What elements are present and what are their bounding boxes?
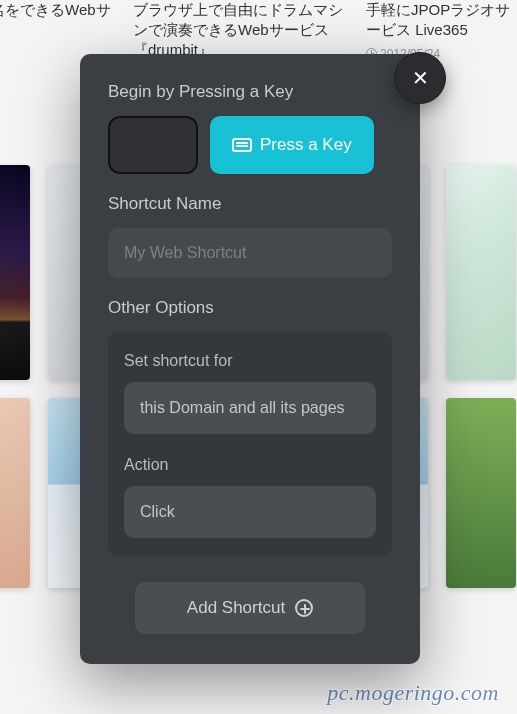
other-options-title: Other Options — [108, 298, 392, 318]
shortcut-name-title: Shortcut Name — [108, 194, 392, 214]
plus-circle-icon — [295, 599, 313, 617]
modal-overlay: ✕ Begin by Pressing a Key Press a Key Sh… — [0, 0, 517, 714]
add-shortcut-label: Add Shortcut — [187, 598, 285, 618]
scope-label: Set shortcut for — [124, 352, 376, 370]
press-key-label: Press a Key — [260, 135, 352, 155]
action-value: Click — [140, 503, 175, 521]
shortcut-name-input[interactable] — [108, 228, 392, 278]
begin-title: Begin by Pressing a Key — [108, 82, 392, 102]
close-icon: ✕ — [412, 66, 429, 90]
shortcut-modal: ✕ Begin by Pressing a Key Press a Key Sh… — [80, 54, 420, 664]
key-capture-slot[interactable] — [108, 116, 198, 174]
action-label: Action — [124, 456, 376, 474]
scope-value: this Domain and all its pages — [140, 399, 345, 417]
press-key-button[interactable]: Press a Key — [210, 116, 374, 174]
action-select[interactable]: Click — [124, 486, 376, 538]
keyboard-icon — [232, 138, 252, 152]
other-options-panel: Set shortcut for this Domain and all its… — [108, 332, 392, 556]
add-shortcut-button[interactable]: Add Shortcut — [135, 582, 365, 634]
close-button[interactable]: ✕ — [394, 52, 446, 104]
scope-select[interactable]: this Domain and all its pages — [124, 382, 376, 434]
